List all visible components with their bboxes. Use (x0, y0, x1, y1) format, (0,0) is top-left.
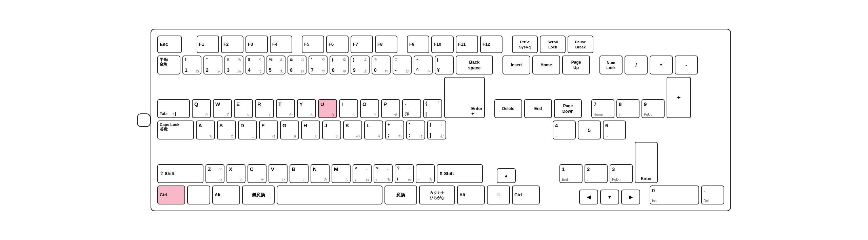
key-minus[interactable]: = - ほ (393, 56, 412, 74)
key-d[interactable]: D し (238, 121, 257, 139)
key-pause[interactable]: PauseBreak (568, 36, 593, 53)
key-3[interactable]: # あ 3 あ (224, 56, 243, 74)
key-hankaku[interactable]: 半角/全角 (157, 56, 180, 74)
key-f4[interactable]: F4 (270, 36, 292, 53)
key-win[interactable] (187, 186, 210, 204)
key-num1[interactable]: 1 End (559, 164, 583, 183)
key-7[interactable]: ' や 7 や (309, 56, 328, 74)
key-numenter[interactable]: Enter (635, 142, 658, 183)
key-numslash[interactable]: / (625, 56, 648, 74)
key-yen[interactable]: | ¥ - (435, 56, 454, 74)
key-f5[interactable]: F5 (302, 36, 324, 53)
key-right[interactable]: ▶ (621, 190, 640, 204)
key-num8[interactable]: 8 ↑ (616, 99, 639, 118)
key-backslash[interactable]: _ - ろ (416, 164, 435, 183)
key-j[interactable]: J ま (322, 121, 341, 139)
key-comma[interactable]: < 、 , ね (353, 164, 372, 183)
key-v[interactable]: V ひ (269, 164, 288, 183)
key-slash[interactable]: ? ・ / め (395, 164, 414, 183)
key-lctrl[interactable]: Ctrl (157, 186, 185, 204)
key-e[interactable]: E い (234, 99, 253, 118)
key-semicolon[interactable]: + ; れ (385, 121, 404, 139)
key-num5[interactable]: 5 (578, 121, 601, 139)
key-2[interactable]: " 2 ふ (203, 56, 222, 74)
key-period[interactable]: > 。 . る (374, 164, 393, 183)
key-f11[interactable]: F11 (456, 36, 478, 53)
key-u[interactable]: U な (318, 99, 337, 118)
key-x[interactable]: X さ (226, 164, 245, 183)
key-enter[interactable]: Enter↵ (444, 77, 485, 118)
key-s[interactable]: S と (217, 121, 236, 139)
key-num0[interactable]: 0 Ins (650, 186, 699, 204)
key-capslock[interactable]: Caps Lock英数 (157, 121, 194, 139)
key-henkan[interactable]: 変換 (384, 186, 417, 204)
key-f2[interactable]: F2 (221, 36, 243, 53)
key-6[interactable]: & お 6 お (288, 56, 307, 74)
key-num4[interactable]: 4 ← (553, 121, 576, 139)
key-insert[interactable]: Insert (502, 56, 530, 74)
key-prtsc[interactable]: PrtScSysRq (512, 36, 538, 53)
key-f7[interactable]: F7 (351, 36, 373, 53)
key-r[interactable]: R す (255, 99, 274, 118)
key-down[interactable]: ▼ (600, 190, 619, 204)
key-f12[interactable]: F12 (480, 36, 502, 53)
key-backspace[interactable]: Backspace (456, 56, 493, 74)
key-num3[interactable]: 3 PgDn (610, 164, 633, 183)
key-f9[interactable]: F9 (407, 36, 429, 53)
key-numlock[interactable]: NumLock (599, 56, 623, 74)
key-home[interactable]: Home (532, 56, 560, 74)
key-rctrl[interactable]: Ctrl (512, 186, 540, 204)
key-colon[interactable]: * : け (406, 121, 425, 139)
key-m[interactable]: M も (332, 164, 351, 183)
key-f[interactable]: F は (259, 121, 278, 139)
key-tab[interactable]: Tab←→| (157, 99, 190, 118)
key-h[interactable]: H く (301, 121, 320, 139)
key-numstar[interactable]: * (650, 56, 673, 74)
key-f1[interactable]: F1 (197, 36, 219, 53)
key-8[interactable]: ( ゆ 8 ゆ (330, 56, 349, 74)
key-lalt[interactable]: Alt (212, 186, 240, 204)
key-o[interactable]: O ら (360, 99, 379, 118)
key-caret[interactable]: ~ ^ へ (414, 56, 433, 74)
key-n[interactable]: N み (311, 164, 330, 183)
key-end[interactable]: End (524, 99, 552, 118)
key-5[interactable]: % え 5 え (267, 56, 285, 74)
key-delete[interactable]: Delete (494, 99, 522, 118)
key-rbracket[interactable]: } 」 ] む (427, 121, 446, 139)
key-w[interactable]: W て (213, 99, 232, 118)
key-q[interactable]: Q た (192, 99, 211, 118)
key-rshift[interactable]: ⇧ Shift (437, 164, 483, 183)
key-f10[interactable]: F10 (431, 36, 454, 53)
key-pageup[interactable]: PageUp (562, 56, 590, 74)
key-k[interactable]: K の (343, 121, 362, 139)
key-numdot[interactable]: . Del (701, 186, 724, 204)
key-num2[interactable]: 2 ↓ (585, 164, 608, 183)
key-num7[interactable]: 7 Home (591, 99, 614, 118)
key-a[interactable]: A ち (196, 121, 215, 139)
key-num6[interactable]: 6 → (603, 121, 626, 139)
key-numplus[interactable]: + (667, 77, 691, 118)
key-b[interactable]: B こ (290, 164, 309, 183)
key-up[interactable]: ▲ (497, 168, 516, 183)
key-z[interactable]: Z っ つ (205, 164, 224, 183)
key-scrlk[interactable]: ScrollLock (540, 36, 566, 53)
key-f6[interactable]: F6 (326, 36, 349, 53)
key-menu[interactable]: ≡ (487, 186, 510, 204)
key-f3[interactable]: F3 (245, 36, 268, 53)
key-c[interactable]: C そ (248, 164, 267, 183)
key-space[interactable] (277, 186, 382, 204)
key-t[interactable]: T か (276, 99, 295, 118)
key-esc[interactable]: Esc (157, 36, 182, 53)
key-at[interactable]: 、 @ 。 (402, 99, 421, 118)
key-lshift[interactable]: ⇧ Shift (157, 164, 203, 183)
key-lbracket[interactable]: { 「 [ 。 (423, 99, 442, 118)
key-numminus[interactable]: - (675, 56, 698, 74)
key-f8[interactable]: F8 (375, 36, 397, 53)
key-9[interactable]: ) よ 9 よ (351, 56, 370, 74)
key-0[interactable]: を 0 わ (372, 56, 391, 74)
key-l[interactable]: L り (364, 121, 383, 139)
key-pagedown[interactable]: PageDown (554, 99, 582, 118)
key-p[interactable]: P せ (381, 99, 400, 118)
key-muhenkan[interactable]: 無変換 (242, 186, 275, 204)
key-katakana[interactable]: カタカナひらがな (419, 186, 455, 204)
